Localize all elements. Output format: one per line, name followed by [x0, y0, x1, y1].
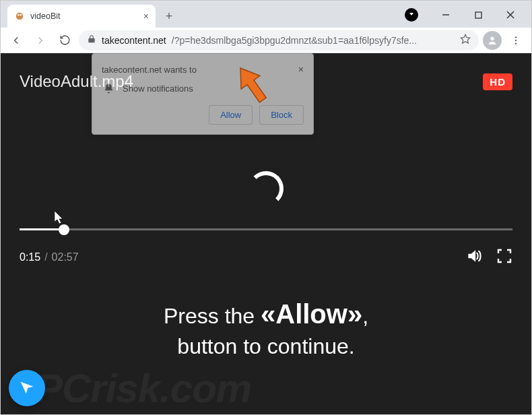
tab-strip: videoBit × + — [1, 5, 399, 28]
floating-badge-button[interactable] — [9, 370, 45, 406]
browser-window: videoBit × + takecontent.net/?p=he3dsmlb… — [0, 0, 532, 415]
svg-point-0 — [16, 13, 24, 20]
bell-icon — [103, 83, 114, 94]
press-allow-message: Press the «Allow», button to continue. — [1, 296, 531, 361]
msg-allow-word: «Allow» — [261, 299, 362, 329]
lock-icon — [87, 34, 96, 46]
allow-button[interactable]: Allow — [209, 105, 253, 125]
titlebar: videoBit × + — [1, 1, 531, 28]
time-total: 02:57 — [52, 251, 79, 263]
loading-spinner-icon — [248, 171, 284, 206]
progress-thumb[interactable] — [59, 224, 69, 235]
progress-track — [20, 228, 512, 230]
time-separator: / — [44, 251, 47, 263]
notification-host-text: takecontent.net wants to — [102, 65, 197, 75]
svg-point-1 — [18, 14, 20, 16]
extension-badge-icon[interactable] — [405, 8, 418, 22]
notification-show-label: Show notifications — [123, 84, 193, 94]
bookmark-star-icon[interactable] — [460, 34, 471, 46]
volume-icon[interactable] — [465, 247, 483, 267]
kebab-menu-button[interactable] — [506, 30, 526, 51]
url-host: takecontent.net — [102, 35, 166, 46]
tab-favicon — [14, 11, 25, 22]
msg-line2: button to continue. — [177, 334, 354, 358]
svg-rect-5 — [475, 12, 481, 18]
address-bar[interactable]: takecontent.net/?p=he3dsmlbga5gi3bpgu2dm… — [79, 30, 479, 51]
minimize-button[interactable] — [434, 6, 457, 24]
block-button[interactable]: Block — [259, 105, 304, 125]
msg-comma: , — [362, 304, 368, 328]
svg-point-2 — [20, 14, 22, 16]
tab-close-icon[interactable]: × — [143, 11, 149, 22]
browser-tab[interactable]: videoBit × — [7, 5, 156, 28]
progress-fill — [20, 228, 64, 230]
back-button[interactable] — [6, 30, 26, 51]
watermark-text: PCrisk.com — [36, 365, 518, 412]
profile-button[interactable] — [483, 31, 502, 50]
video-controls: 0:15 / 02:57 — [20, 247, 512, 267]
svg-marker-8 — [461, 34, 469, 43]
msg-press-the: Press the — [164, 304, 261, 328]
reload-button[interactable] — [55, 30, 75, 51]
svg-point-12 — [515, 42, 517, 44]
close-window-button[interactable] — [499, 6, 522, 24]
notification-close-icon[interactable]: × — [298, 64, 304, 75]
hd-badge: HD — [483, 73, 512, 90]
svg-point-11 — [515, 39, 517, 40]
video-progress[interactable] — [20, 228, 512, 230]
svg-marker-3 — [409, 13, 413, 15]
forward-button[interactable] — [30, 30, 51, 51]
tab-title: videoBit — [30, 11, 60, 21]
url-path: /?p=he3dsmlbga5gi3bpgu2dmnzt&sub1=aa1f6l… — [172, 35, 451, 46]
new-tab-button[interactable]: + — [160, 7, 178, 26]
fullscreen-icon[interactable] — [496, 248, 512, 267]
notification-permission-prompt: takecontent.net wants to × Show notifica… — [92, 53, 314, 135]
maximize-button[interactable] — [467, 6, 490, 24]
toolbar: takecontent.net/?p=he3dsmlbga5gi3bpgu2dm… — [1, 28, 531, 53]
window-controls — [399, 6, 531, 28]
svg-point-10 — [515, 36, 517, 38]
svg-point-9 — [490, 36, 494, 40]
svg-marker-13 — [55, 211, 63, 224]
time-current: 0:15 — [20, 251, 40, 263]
